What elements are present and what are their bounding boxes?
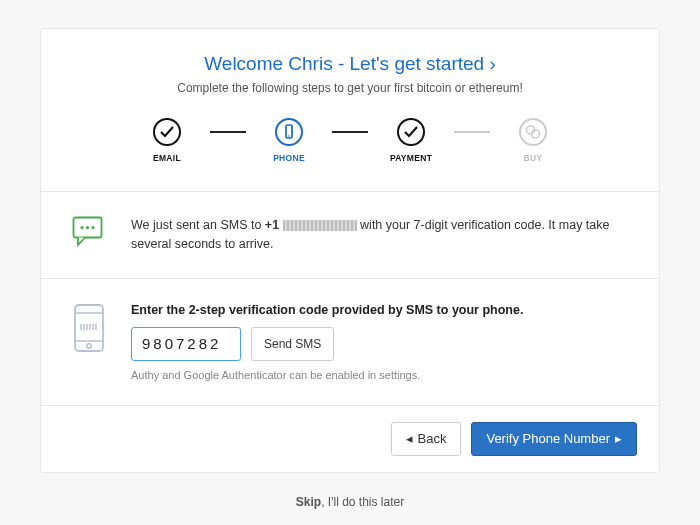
step-divider	[210, 131, 246, 133]
page-title[interactable]: Welcome Chris - Let's get started ›	[65, 53, 635, 75]
step-label: PAYMENT	[390, 153, 432, 163]
step-divider	[454, 131, 490, 133]
skip-rest: , I'll do this later	[321, 495, 404, 509]
code-row: Send SMS	[131, 327, 523, 361]
step-label: EMAIL	[153, 153, 181, 163]
sms-prefix: We just sent an SMS to	[131, 218, 265, 232]
card-header: Welcome Chris - Let's get started › Comp…	[41, 29, 659, 191]
svg-point-0	[154, 119, 180, 145]
svg-point-11	[91, 226, 94, 229]
step-buy: BUY	[506, 117, 560, 163]
skip-bold: Skip	[296, 495, 321, 509]
step-email: EMAIL	[140, 117, 194, 163]
verify-hint: Authy and Google Authenticator can be en…	[131, 369, 523, 381]
step-phone: PHONE	[262, 117, 316, 163]
svg-point-1	[276, 119, 302, 145]
back-button[interactable]: ◂ Back	[391, 422, 462, 456]
redacted-phone	[283, 220, 357, 231]
verify-phone-button[interactable]: Verify Phone Number ▸	[471, 422, 637, 456]
step-label: PHONE	[273, 153, 305, 163]
svg-point-10	[86, 226, 89, 229]
svg-point-4	[398, 119, 424, 145]
progress-steps: EMAIL PHONE PAYMENT BUY	[65, 117, 635, 171]
arrow-right-icon: ▸	[615, 431, 622, 446]
coins-circle-icon	[518, 117, 548, 147]
send-sms-button[interactable]: Send SMS	[251, 327, 334, 361]
svg-point-9	[80, 226, 83, 229]
step-divider	[332, 131, 368, 133]
verify-section: Enter the 2-step verification code provi…	[41, 278, 659, 405]
onboarding-card: Welcome Chris - Let's get started › Comp…	[40, 28, 660, 473]
sms-notice-section: We just sent an SMS to +1 with your 7-di…	[41, 191, 659, 278]
step-label: BUY	[524, 153, 543, 163]
sms-bubble-icon	[69, 216, 109, 248]
phone-device-icon	[69, 303, 109, 353]
phone-circle-icon	[274, 117, 304, 147]
checkmark-circle-icon	[396, 117, 426, 147]
verification-code-input[interactable]	[131, 327, 241, 361]
verify-content: Enter the 2-step verification code provi…	[131, 303, 523, 381]
arrow-left-icon: ◂	[406, 431, 413, 446]
phone-country-code: +1	[265, 218, 279, 232]
svg-point-15	[87, 343, 91, 347]
verify-label: Verify Phone Number	[486, 431, 610, 446]
page-subtitle: Complete the following steps to get your…	[65, 81, 635, 95]
back-label: Back	[418, 431, 447, 446]
step-payment: PAYMENT	[384, 117, 438, 163]
action-bar: ◂ Back Verify Phone Number ▸	[41, 405, 659, 472]
sms-notice-text: We just sent an SMS to +1 with your 7-di…	[131, 216, 631, 254]
svg-point-3	[288, 135, 290, 137]
checkmark-circle-icon	[152, 117, 182, 147]
verify-title: Enter the 2-step verification code provi…	[131, 303, 523, 317]
skip-link[interactable]: Skip, I'll do this later	[40, 495, 660, 509]
